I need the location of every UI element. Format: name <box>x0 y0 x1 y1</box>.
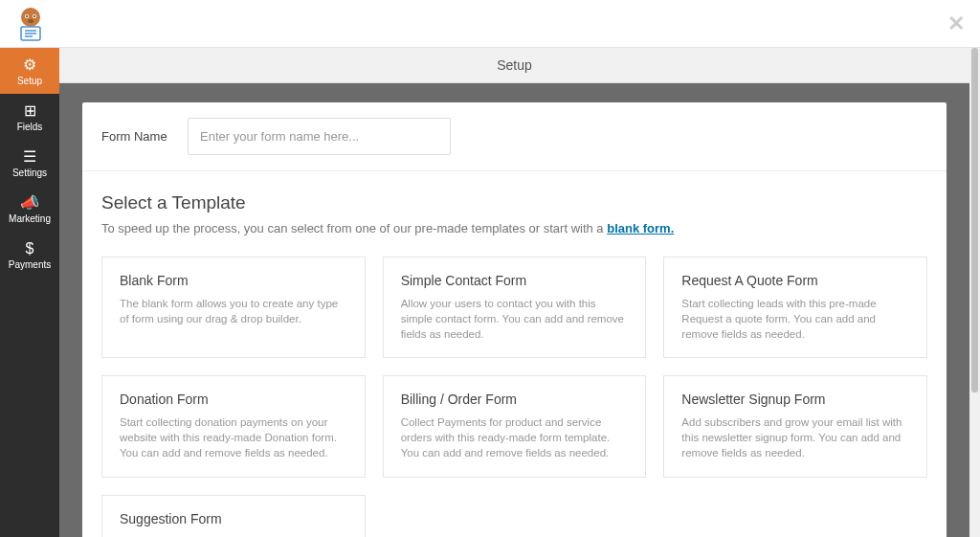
dollar-icon: $ <box>26 240 34 257</box>
close-icon[interactable]: ✕ <box>947 11 965 36</box>
template-card-desc: Ask your users for suggestions with this… <box>120 534 347 537</box>
form-name-label: Form Name <box>101 129 188 144</box>
sidebar-item-payments[interactable]: $ Payments <box>0 232 59 278</box>
top-strip: ✕ <box>0 0 980 48</box>
megaphone-icon: 📣 <box>20 193 39 212</box>
page-title: Setup <box>59 48 969 83</box>
scrollbar[interactable] <box>969 48 980 537</box>
template-card-title: Billing / Order Form <box>401 392 629 407</box>
template-card-blank[interactable]: Blank Form The blank form allows you to … <box>101 257 366 358</box>
template-card-title: Suggestion Form <box>120 511 347 526</box>
template-card-desc: Add subscribers and grow your email list… <box>681 414 909 460</box>
template-card-request-quote[interactable]: Request A Quote Form Start collecting le… <box>663 257 927 358</box>
svg-point-5 <box>28 19 33 23</box>
template-card-desc: The blank form allows you to create any … <box>120 296 347 326</box>
template-card-title: Newsletter Signup Form <box>681 392 909 407</box>
setup-panel: Form Name Select a Template To speed up … <box>82 102 947 537</box>
template-subtext-prefix: To speed up the process, you can select … <box>101 221 607 235</box>
sidebar-item-setup[interactable]: ⚙ Setup <box>0 48 59 94</box>
template-card-donation[interactable]: Donation Form Start collecting donation … <box>101 375 366 477</box>
svg-point-4 <box>33 15 35 17</box>
template-card-suggestion[interactable]: Suggestion Form Ask your users for sugge… <box>101 495 366 537</box>
sidebar-item-label: Setup <box>17 76 42 86</box>
form-name-row: Form Name <box>82 102 947 171</box>
sidebar-item-label: Payments <box>9 259 51 270</box>
wpforms-logo <box>11 4 50 42</box>
template-card-title: Request A Quote Form <box>681 273 909 288</box>
scrollbar-thumb[interactable] <box>971 48 978 392</box>
template-card-title: Blank Form <box>120 273 347 288</box>
gear-icon: ⚙ <box>23 56 36 74</box>
template-card-desc: Collect Payments for product and service… <box>401 414 629 460</box>
template-section: Select a Template To speed up the proces… <box>82 171 947 537</box>
sidebar-item-label: Fields <box>17 122 43 132</box>
svg-point-3 <box>26 15 28 17</box>
main-area: Setup Form Name Select a Template To spe… <box>59 48 969 537</box>
template-card-title: Simple Contact Form <box>401 273 629 288</box>
template-card-desc: Allow your users to contact you with thi… <box>401 296 629 342</box>
form-name-input[interactable] <box>188 118 451 155</box>
template-card-desc: Start collecting donation payments on yo… <box>120 414 347 460</box>
template-card-title: Donation Form <box>120 392 347 407</box>
template-card-simple-contact[interactable]: Simple Contact Form Allow your users to … <box>383 257 647 358</box>
template-grid: Blank Form The blank form allows you to … <box>101 257 927 537</box>
template-heading: Select a Template <box>101 192 927 213</box>
sidebar-item-fields[interactable]: ⊞ Fields <box>0 94 59 140</box>
template-card-desc: Start collecting leads with this pre-mad… <box>681 296 909 342</box>
template-card-billing-order[interactable]: Billing / Order Form Collect Payments fo… <box>383 375 647 477</box>
grid-icon: ⊞ <box>24 101 36 120</box>
sidebar-item-settings[interactable]: ☰ Settings <box>0 140 59 186</box>
template-subtext: To speed up the process, you can select … <box>101 221 927 235</box>
sidebar-item-label: Settings <box>12 168 47 178</box>
sidebar-item-marketing[interactable]: 📣 Marketing <box>0 186 59 232</box>
sidebar: ⚙ Setup ⊞ Fields ☰ Settings 📣 Marketing … <box>0 48 59 537</box>
sidebar-item-label: Marketing <box>9 213 51 224</box>
sliders-icon: ☰ <box>23 147 36 166</box>
svg-point-0 <box>21 8 40 27</box>
blank-form-link[interactable]: blank form. <box>607 221 674 235</box>
template-card-newsletter[interactable]: Newsletter Signup Form Add subscribers a… <box>663 375 927 477</box>
